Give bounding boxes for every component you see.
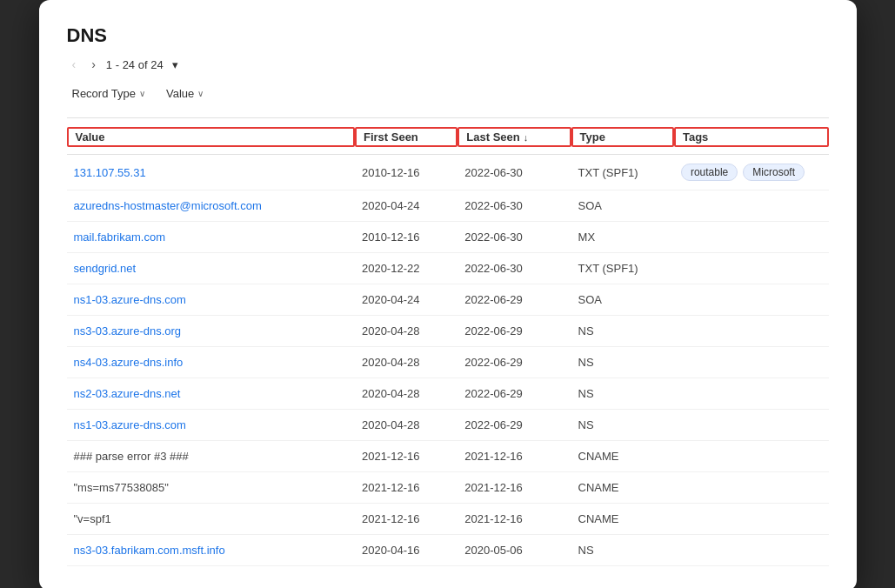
- cell-value[interactable]: ns1-03.azure-dns.com: [67, 418, 355, 431]
- cell-first-seen: 2020-04-28: [355, 387, 458, 400]
- record-type-chevron-icon: ∨: [139, 89, 145, 98]
- cell-first-seen: 2021-12-16: [355, 450, 458, 463]
- cell-last-seen: 2021-12-16: [458, 450, 571, 463]
- cell-last-seen: 2020-05-06: [458, 544, 571, 557]
- pagination-row: ‹ › 1 - 24 of 24 ▾: [67, 56, 829, 73]
- prev-page-button[interactable]: ‹: [67, 56, 82, 73]
- cell-type: NS: [571, 387, 674, 400]
- cell-type: SOA: [571, 199, 674, 212]
- cell-type: TXT (SPF1): [571, 262, 674, 275]
- cell-value: "ms=ms77538085": [67, 481, 355, 494]
- cell-type: NS: [571, 356, 674, 369]
- table-body: 131.107.55.312010-12-162022-06-30TXT (SP…: [67, 155, 829, 566]
- cell-last-seen: 2022-06-29: [458, 356, 571, 369]
- col-header-tags: Tags: [674, 127, 829, 147]
- cell-type: NS: [571, 324, 674, 337]
- table-row: ns1-03.azure-dns.com2020-04-282022-06-29…: [67, 410, 829, 441]
- cell-first-seen: 2020-12-22: [355, 262, 458, 275]
- cell-last-seen: 2022-06-30: [458, 166, 571, 179]
- col-header-first-seen: First Seen: [355, 127, 458, 147]
- cell-type: CNAME: [571, 450, 674, 463]
- tag-badge[interactable]: Microsoft: [743, 164, 805, 181]
- table-row: ### parse error #3 ###2021-12-162021-12-…: [67, 441, 829, 472]
- cell-value: ### parse error #3 ###: [67, 450, 355, 463]
- table-row: azuredns-hostmaster@microsoft.com2020-04…: [67, 190, 829, 222]
- cell-first-seen: 2020-04-24: [355, 293, 458, 306]
- cell-type: TXT (SPF1): [571, 166, 674, 179]
- col-header-type: Type: [571, 127, 674, 147]
- col-header-value: Value: [67, 127, 355, 147]
- cell-value[interactable]: azuredns-hostmaster@microsoft.com: [67, 199, 355, 212]
- cell-first-seen: 2021-12-16: [355, 512, 458, 525]
- table-row: mail.fabrikam.com2010-12-162022-06-30MX: [67, 222, 829, 253]
- cell-value[interactable]: mail.fabrikam.com: [67, 231, 355, 244]
- main-window: DNS ‹ › 1 - 24 of 24 ▾ Record Type ∨ Val…: [39, 0, 857, 588]
- cell-last-seen: 2021-12-16: [458, 481, 571, 494]
- cell-first-seen: 2020-04-28: [355, 418, 458, 431]
- cell-value[interactable]: ns4-03.azure-dns.info: [67, 356, 355, 369]
- table-row: ns3-03.azure-dns.org2020-04-282022-06-29…: [67, 316, 829, 347]
- cell-first-seen: 2020-04-24: [355, 199, 458, 212]
- cell-last-seen: 2022-06-29: [458, 387, 571, 400]
- cell-value[interactable]: 131.107.55.31: [67, 166, 355, 179]
- cell-value[interactable]: sendgrid.net: [67, 262, 355, 275]
- table-row: "v=spf12021-12-162021-12-16CNAME: [67, 504, 829, 535]
- cell-value[interactable]: ns2-03.azure-dns.net: [67, 387, 355, 400]
- table-row: 131.107.55.312010-12-162022-06-30TXT (SP…: [67, 155, 829, 190]
- table-row: ns1-03.azure-dns.com2020-04-242022-06-29…: [67, 284, 829, 316]
- sort-icon: ↓: [524, 132, 529, 143]
- cell-last-seen: 2022-06-29: [458, 418, 571, 431]
- value-filter-label: Value: [166, 87, 194, 100]
- record-type-filter-button[interactable]: Record Type ∨: [67, 84, 150, 104]
- table-row: ns2-03.azure-dns.net2020-04-282022-06-29…: [67, 378, 829, 410]
- cell-value[interactable]: ns3-03.fabrikam.com.msft.info: [67, 544, 355, 557]
- tag-badge[interactable]: routable: [681, 164, 738, 181]
- cell-type: NS: [571, 418, 674, 431]
- cell-value: "v=spf1: [67, 512, 355, 525]
- table-header: Value First Seen Last Seen ↓ Type Tags: [67, 118, 829, 155]
- page-title: DNS: [67, 24, 829, 47]
- cell-type: CNAME: [571, 512, 674, 525]
- cell-value[interactable]: ns1-03.azure-dns.com: [67, 293, 355, 306]
- cell-type: MX: [571, 231, 674, 244]
- cell-last-seen: 2022-06-30: [458, 262, 571, 275]
- cell-last-seen: 2022-06-30: [458, 231, 571, 244]
- cell-first-seen: 2021-12-16: [355, 481, 458, 494]
- cell-first-seen: 2020-04-28: [355, 356, 458, 369]
- table-row: ns4-03.azure-dns.info2020-04-282022-06-2…: [67, 347, 829, 378]
- table-row: ns3-03.fabrikam.com.msft.info2020-04-162…: [67, 535, 829, 566]
- cell-first-seen: 2010-12-16: [355, 231, 458, 244]
- cell-tags: routableMicrosoft: [674, 164, 829, 181]
- cell-type: CNAME: [571, 481, 674, 494]
- next-page-button[interactable]: ›: [86, 56, 101, 73]
- page-dropdown-button[interactable]: ▾: [169, 57, 182, 73]
- cell-last-seen: 2021-12-16: [458, 512, 571, 525]
- col-header-last-seen[interactable]: Last Seen ↓: [458, 127, 571, 147]
- cell-first-seen: 2020-04-28: [355, 324, 458, 337]
- cell-type: NS: [571, 544, 674, 557]
- cell-last-seen: 2022-06-29: [458, 293, 571, 306]
- cell-last-seen: 2022-06-30: [458, 199, 571, 212]
- cell-first-seen: 2010-12-16: [355, 166, 458, 179]
- filters-row: Record Type ∨ Value ∨: [67, 84, 829, 104]
- table-row: sendgrid.net2020-12-222022-06-30TXT (SPF…: [67, 253, 829, 284]
- cell-first-seen: 2020-04-16: [355, 544, 458, 557]
- cell-last-seen: 2022-06-29: [458, 324, 571, 337]
- table-container: Value First Seen Last Seen ↓ Type Tags 1…: [67, 117, 829, 566]
- cell-value[interactable]: ns3-03.azure-dns.org: [67, 324, 355, 337]
- table-row: "ms=ms77538085"2021-12-162021-12-16CNAME: [67, 472, 829, 504]
- cell-type: SOA: [571, 293, 674, 306]
- page-count: 1 - 24 of 24: [106, 58, 164, 71]
- record-type-filter-label: Record Type: [72, 87, 136, 100]
- value-chevron-icon: ∨: [197, 89, 204, 98]
- value-filter-button[interactable]: Value ∨: [161, 84, 209, 104]
